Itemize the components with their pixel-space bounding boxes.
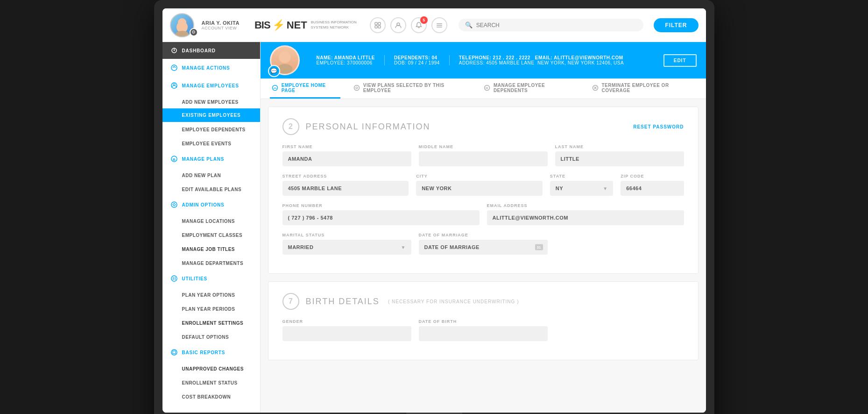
- nav-tabs: EMPLOYEE HOME PAGE VIEW PLANS SELECTED B…: [261, 79, 706, 99]
- sidebar-sub-existing-employees[interactable]: EXISTING EMPLOYEES: [162, 108, 260, 122]
- street-address-input[interactable]: [282, 181, 409, 196]
- icon-btn-4[interactable]: [431, 17, 447, 33]
- net-text: NET: [287, 19, 307, 31]
- personal-info-header: 2 PERSONAL INFORMATION RESET PASSWORD: [282, 118, 684, 135]
- svg-rect-8: [437, 23, 442, 24]
- dob-input[interactable]: [419, 326, 548, 341]
- employee-avatar-wrap: 💬: [270, 45, 300, 75]
- sidebar-sub-cost-breakdown[interactable]: COST BREAKDOWN: [162, 389, 260, 403]
- sidebar-sub-employment-classes[interactable]: EMPLOYMENT CLASSES: [162, 228, 260, 242]
- state-group: STATE NY: [550, 174, 613, 196]
- address-row: STREET ADDRESS CITY STATE NY: [282, 174, 684, 196]
- date-of-marriage-input[interactable]: [419, 240, 548, 255]
- user-name: ARIA Y. OKITA: [202, 20, 240, 26]
- add-plan-label: ADD NEW PLAN: [182, 173, 221, 178]
- monitor-frame: ⚙ ARIA Y. OKITA ACCOUNT VIEW BIS ⚡ NET B…: [154, 0, 714, 414]
- sidebar-sub-employee-events[interactable]: EMPLOYEE EVENTS: [162, 136, 260, 150]
- date-of-marriage-group: DATE OF MARRIAGE: [419, 233, 548, 255]
- sidebar-sub-manage-departments[interactable]: MANAGE DEPARTMENTS: [162, 256, 260, 270]
- birth-row: GENDER DATE OF BIRTH: [282, 319, 684, 341]
- icon-btn-1[interactable]: [370, 17, 386, 33]
- marital-status-select[interactable]: MARRIED SINGLE DIVORCED: [282, 240, 411, 255]
- home-tab-icon: [272, 84, 279, 92]
- personal-info-section: 2 PERSONAL INFORMATION RESET PASSWORD FI…: [268, 107, 699, 274]
- marital-status-select-wrap: MARRIED SINGLE DIVORCED: [282, 240, 411, 255]
- tab-manage-dependents[interactable]: H MANAGE EMPLOYEE DEPENDENTS: [482, 79, 579, 99]
- city-input[interactable]: [416, 181, 543, 196]
- svg-point-18: [171, 202, 177, 207]
- email-input[interactable]: [487, 210, 684, 225]
- birth-details-section: 7 BIRTH DETAILS ( NECESSARY FOR INSURANC…: [268, 281, 699, 360]
- marital-status-group: MARITAL STATUS MARRIED SINGLE DIVORCED: [282, 233, 411, 255]
- phone-input[interactable]: [282, 210, 480, 225]
- date-of-marriage-wrap: [419, 240, 548, 255]
- sidebar-item-basic-reports[interactable]: BASIC REPORTS: [162, 343, 260, 361]
- state-select[interactable]: NY: [550, 181, 613, 196]
- svg-rect-10: [437, 27, 442, 28]
- svg-rect-4: [378, 22, 381, 25]
- reset-password-button[interactable]: RESET PASSWORD: [633, 124, 684, 129]
- sidebar-sub-employee-dependents[interactable]: EMPLOYEE DEPENDENTS: [162, 122, 260, 136]
- manage-actions-label: MANAGE ACTIONS: [182, 65, 230, 71]
- user-info: ARIA Y. OKITA ACCOUNT VIEW: [202, 20, 240, 30]
- tab-view-plans-label: VIEW PLANS SELECTED BY THIS EMPLOYEE: [363, 83, 469, 93]
- sidebar-sub-plan-year-periods[interactable]: PLAN YEAR PERIODS: [162, 301, 260, 315]
- logo-area: ⚙ ARIA Y. OKITA ACCOUNT VIEW: [170, 13, 240, 37]
- gender-input[interactable]: [282, 326, 411, 341]
- notification-btn[interactable]: 5: [411, 17, 427, 33]
- sidebar-item-manage-plans[interactable]: B MANAGE PLANS: [162, 150, 260, 168]
- search-input[interactable]: [476, 22, 637, 29]
- svg-text:H: H: [486, 86, 488, 90]
- cost-breakdown-label: COST BREAKDOWN: [182, 394, 231, 400]
- emp-contact-col: TELEPHONE: 212 . 222 . 2222 EMAIL: ALITT…: [450, 55, 633, 65]
- zip-input[interactable]: [621, 181, 684, 196]
- icon-btn-2[interactable]: [390, 17, 406, 33]
- edit-employee-button[interactable]: EDIT: [663, 54, 697, 67]
- manage-plans-label: MANAGE PLANS: [182, 157, 225, 162]
- user-role: ACCOUNT VIEW: [202, 26, 240, 30]
- sidebar-sub-manage-job-titles[interactable]: MANAGE JOB TITLES: [162, 242, 260, 256]
- tab-terminate[interactable]: TERMINATE EMPLOYEE OR COVERAGE: [590, 79, 696, 99]
- tab-employee-home[interactable]: EMPLOYEE HOME PAGE: [270, 79, 340, 99]
- edit-plans-label: EDIT AVAILABLE PLANS: [182, 187, 242, 192]
- sidebar-sub-manage-locations[interactable]: MANAGE LOCATIONS: [162, 214, 260, 228]
- phone-label: PHONE NUMBER: [282, 203, 480, 208]
- name-row: FIRST NAME MIDDLE NAME LAST NAME: [282, 144, 684, 166]
- unapproved-changes-label: UNAPPROVED CHANGES: [182, 366, 244, 371]
- sidebar-sub-enrollment-settings[interactable]: ENROLLMENT SETTINGS: [162, 315, 260, 329]
- sidebar-item-manage-employees[interactable]: MANAGE EMPLOYEES: [162, 77, 260, 94]
- settings-gear-icon[interactable]: ⚙: [190, 28, 198, 36]
- arrow-icon: ⚡: [272, 19, 285, 31]
- employee-events-label: EMPLOYEE EVENTS: [182, 141, 232, 146]
- telephone-label: TELEPHONE: 212 . 222 . 2222 EMAIL: ALITT…: [459, 55, 624, 60]
- sidebar-item-dashboard[interactable]: DASHBOARD: [162, 42, 260, 59]
- employee-dependents-label: EMPLOYEE DEPENDENTS: [182, 127, 246, 132]
- filter-button[interactable]: FILTER: [654, 18, 698, 32]
- view-plans-tab-icon: [353, 84, 360, 92]
- first-name-input[interactable]: [282, 151, 411, 166]
- middle-name-input[interactable]: [419, 151, 548, 166]
- sidebar-item-utilities[interactable]: UTILITIES: [162, 270, 260, 287]
- tab-view-plans[interactable]: VIEW PLANS SELECTED BY THIS EMPLOYEE: [352, 79, 471, 99]
- sidebar-sub-plan-year-options[interactable]: PLAN YEAR OPTIONS: [162, 287, 260, 301]
- sidebar-item-admin-options[interactable]: ADMIN OPTIONS: [162, 196, 260, 214]
- section-number-2: 2: [282, 118, 299, 135]
- chat-icon[interactable]: 💬: [268, 65, 280, 77]
- date-of-marriage-label: DATE OF MARRIAGE: [419, 233, 548, 237]
- last-name-input[interactable]: [555, 151, 684, 166]
- admin-options-label: ADMIN OPTIONS: [182, 202, 225, 207]
- empty-group-2: [555, 319, 684, 341]
- sidebar-item-manage-actions[interactable]: MANAGE ACTIONS: [162, 59, 260, 77]
- svg-rect-5: [375, 26, 377, 28]
- first-name-group: FIRST NAME: [282, 144, 411, 166]
- svg-rect-21: [173, 351, 176, 354]
- sidebar-sub-edit-plans[interactable]: EDIT AVAILABLE PLANS: [162, 182, 260, 196]
- sidebar-sub-add-employees[interactable]: ADD NEW EMPLOYEES: [162, 94, 260, 108]
- basic-reports-label: BASIC REPORTS: [182, 350, 226, 355]
- sidebar-sub-enrollment-status[interactable]: ENROLLMENT STATUS: [162, 375, 260, 389]
- sidebar-sub-add-plan[interactable]: ADD NEW PLAN: [162, 168, 260, 182]
- birth-details-header: 7 BIRTH DETAILS ( NECESSARY FOR INSURANC…: [282, 293, 684, 310]
- sidebar-sub-default-options[interactable]: DEFAULT OPTIONS: [162, 329, 260, 343]
- sidebar-sub-unapproved-changes[interactable]: UNAPPROVED CHANGES: [162, 361, 260, 375]
- content-area: 💬 NAME: AMANDA LITTLE EMPLOYEE: 37000000…: [261, 42, 706, 413]
